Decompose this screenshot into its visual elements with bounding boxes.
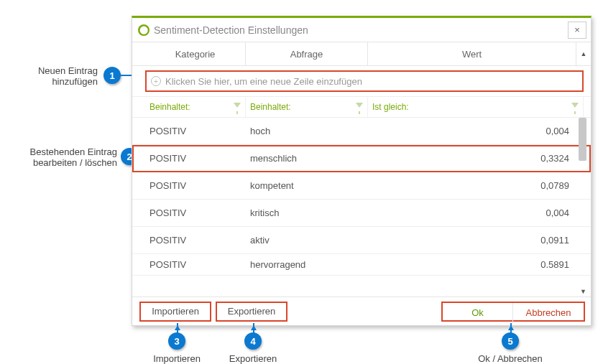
app-icon: ⬤ — [138, 24, 149, 36]
annotation-line-5 — [510, 323, 512, 333]
cell-kategorie: POSITIV — [145, 153, 246, 164]
grid-body: POSITIV hoch 0,004 POSITIV menschlich 0,… — [132, 118, 591, 297]
close-icon: × — [574, 24, 580, 35]
filter-icon — [356, 103, 363, 108]
ok-button[interactable]: Ok — [443, 303, 513, 323]
cell-abfrage: hoch — [246, 126, 368, 136]
filter-icon — [234, 103, 241, 108]
annotation-2-text: Bestehenden Eintrag bearbeiten / löschen — [13, 146, 117, 168]
sentiment-settings-dialog: ⬤ Sentiment-Detection Einstellungen × Ka… — [132, 16, 592, 326]
filter-wert[interactable]: Ist gleich: — [368, 97, 584, 117]
import-button[interactable]: Importieren — [139, 302, 211, 322]
cell-kategorie: POSITIV — [145, 259, 246, 270]
annotation-badge-5: 5 — [502, 332, 519, 350]
filter-icon — [571, 103, 579, 108]
column-header-kategorie[interactable]: Kategorie — [145, 42, 246, 65]
cancel-button[interactable]: Abbrechen — [513, 303, 584, 323]
scrollbar[interactable]: ▼ — [576, 118, 589, 297]
cell-abfrage: kompetent — [246, 180, 368, 191]
scrollbar-thumb[interactable] — [579, 118, 586, 161]
cell-abfrage: kritisch — [246, 207, 368, 218]
cell-wert: 0.5891 — [368, 259, 575, 270]
dialog-title: Sentiment-Detection Einstellungen — [154, 24, 308, 36]
column-headers: Kategorie Abfrage Wert ▲ — [132, 42, 591, 66]
filter-row: Beinhaltet: Beinhaltet: Ist gleich: — [132, 96, 591, 118]
cell-kategorie: POSITIV — [145, 207, 246, 218]
add-new-row[interactable]: + Klicken Sie hier, um eine neue Zeile e… — [145, 70, 584, 92]
close-button[interactable]: × — [568, 22, 586, 39]
annotation-5-text: Ok / Abbrechen — [467, 353, 553, 364]
cell-abfrage: aktiv — [246, 235, 368, 246]
annotation-1-text: Neuen Eintrag hinzufügen — [13, 65, 98, 87]
annotation-3-text: Importieren — [148, 353, 206, 364]
cell-kategorie: POSITIV — [145, 180, 246, 191]
plus-icon: + — [151, 76, 161, 86]
scroll-up-button[interactable]: ▲ — [576, 42, 591, 65]
export-button[interactable]: Exportieren — [216, 302, 287, 322]
cell-wert: 0,004 — [368, 126, 575, 136]
table-row[interactable]: POSITIV hoch 0,004 — [132, 118, 591, 145]
titlebar: ⬤ Sentiment-Detection Einstellungen × — [132, 18, 591, 42]
cell-wert: 0,0911 — [368, 235, 575, 246]
cell-wert: 0,004 — [368, 207, 575, 218]
cell-abfrage: menschlich — [246, 153, 368, 164]
annotation-4-text: Exportieren — [224, 353, 282, 364]
table-row[interactable]: POSITIV aktiv 0,0911 — [132, 227, 591, 254]
column-header-wert[interactable]: Wert — [368, 42, 576, 65]
table-row[interactable]: POSITIV kompetent 0,0789 — [132, 172, 591, 200]
annotation-line-4 — [253, 323, 254, 333]
annotation-line-3 — [177, 323, 178, 333]
cell-kategorie: POSITIV — [145, 126, 246, 136]
table-row[interactable]: POSITIV hervorragend 0.5891 — [132, 254, 591, 276]
annotation-badge-4: 4 — [244, 332, 262, 350]
table-row[interactable]: POSITIV kritisch 0,004 — [132, 200, 591, 227]
column-header-abfrage[interactable]: Abfrage — [246, 42, 368, 65]
scroll-down-button[interactable]: ▼ — [580, 288, 586, 295]
cell-wert: 0,3324 — [368, 153, 575, 164]
filter-kategorie[interactable]: Beinhaltet: — [145, 97, 246, 117]
new-row-hint: Klicken Sie hier, um eine neue Zeile ein… — [165, 76, 362, 87]
cell-wert: 0,0789 — [368, 180, 575, 191]
cell-abfrage: hervorragend — [246, 259, 368, 270]
filter-abfrage[interactable]: Beinhaltet: — [246, 97, 368, 117]
annotation-badge-1: 1 — [103, 67, 121, 84]
table-row-highlighted[interactable]: POSITIV menschlich 0,3324 — [132, 145, 591, 172]
cell-kategorie: POSITIV — [145, 235, 246, 246]
dialog-footer: Importieren Exportieren Ok Abbrechen — [132, 297, 591, 325]
ok-cancel-group: Ok Abbrechen — [441, 302, 585, 322]
annotation-badge-3: 3 — [168, 332, 185, 350]
